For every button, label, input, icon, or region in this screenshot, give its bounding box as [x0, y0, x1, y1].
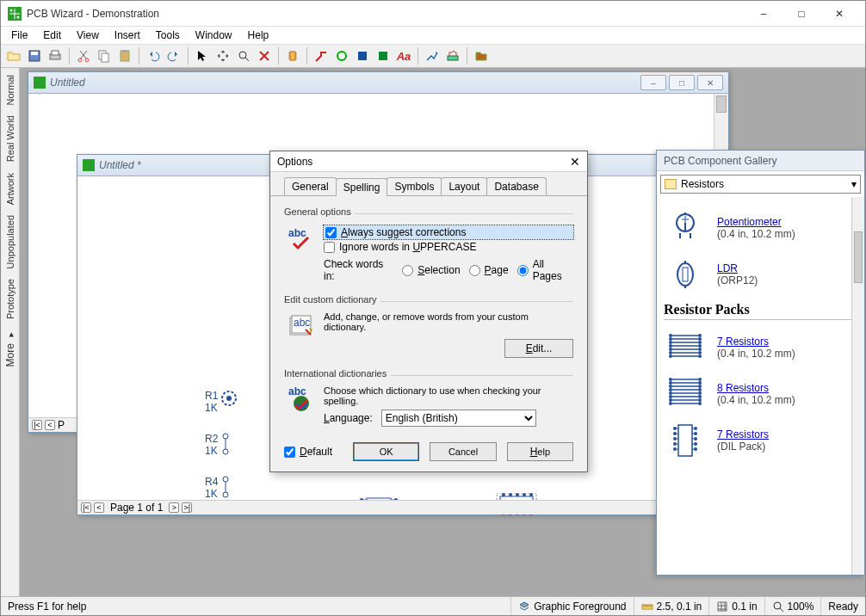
tab-spelling[interactable]: Spelling: [336, 178, 388, 196]
menu-view[interactable]: View: [70, 28, 106, 43]
ok-button[interactable]: OK: [353, 442, 419, 461]
svg-point-59: [698, 337, 702, 341]
edit-dict-button[interactable]: Edit...: [504, 339, 573, 358]
zoom-icon[interactable]: [234, 46, 253, 65]
dialog-close-icon[interactable]: ✕: [570, 155, 580, 169]
doc1-minimize[interactable]: –: [640, 75, 666, 90]
help-button[interactable]: Help: [507, 442, 573, 461]
autoroute-icon[interactable]: [423, 46, 442, 65]
radio-page[interactable]: Page: [469, 264, 509, 276]
library-icon[interactable]: [472, 46, 491, 65]
default-checkbox[interactable]: Default: [284, 446, 332, 458]
checkbox-ignore-uppercase[interactable]: [324, 242, 335, 253]
menu-window[interactable]: Window: [189, 28, 239, 43]
component-icon[interactable]: [283, 46, 302, 65]
svg-point-38: [509, 493, 512, 496]
pager-last-icon[interactable]: >|: [182, 502, 192, 513]
cut-icon[interactable]: [74, 46, 93, 65]
menu-edit[interactable]: Edit: [36, 28, 68, 43]
tab-layout[interactable]: Layout: [441, 177, 487, 195]
doc-icon: [34, 77, 46, 89]
tab-symbols[interactable]: Symbols: [387, 177, 442, 195]
pager-prev-icon[interactable]: <: [94, 502, 104, 513]
pan-icon[interactable]: [213, 46, 232, 65]
gallery-item[interactable]: 8 Resistors(0.4 in, 10.2 mm): [664, 375, 857, 413]
dialog-title: Options: [277, 156, 312, 168]
menu-insert[interactable]: Insert: [108, 28, 147, 43]
tab-database[interactable]: Database: [486, 177, 546, 195]
label-r1: R11K: [205, 390, 218, 414]
svg-point-71: [669, 398, 672, 402]
open-icon[interactable]: [4, 46, 23, 65]
tab-general[interactable]: General: [284, 177, 337, 195]
opt-always-suggest[interactable]: Always suggest corrections: [324, 225, 573, 239]
cancel-button[interactable]: Cancel: [430, 442, 496, 461]
pad-square-icon[interactable]: [353, 46, 372, 65]
component-r1[interactable]: [219, 390, 239, 407]
minimize-button[interactable]: –: [745, 1, 782, 27]
menu-file[interactable]: File: [4, 28, 34, 43]
pager-next-icon[interactable]: >: [169, 502, 179, 513]
tab-artwork[interactable]: Artwork: [3, 169, 17, 208]
component-r4[interactable]: [219, 474, 236, 500]
paste-icon[interactable]: [115, 46, 134, 65]
checkbox-always-suggest[interactable]: [325, 227, 337, 238]
group-label: International dictionaries: [284, 368, 573, 379]
gallery-item[interactable]: 7 Resistors(DIL Pack): [664, 422, 857, 459]
radio-all-pages[interactable]: All Pages: [517, 258, 573, 282]
gallery-title[interactable]: PCB Component Gallery: [657, 151, 864, 171]
undo-icon[interactable]: [144, 46, 163, 65]
pager-first-icon[interactable]: |<: [32, 420, 42, 430]
doc1-titlebar[interactable]: Untitled – □ ✕: [28, 72, 728, 94]
redo-icon[interactable]: [164, 46, 183, 65]
maximize-button[interactable]: □: [782, 1, 820, 27]
gallery-body[interactable]: Potentiometer(0.4 in, 10.2 mm) LDR(ORP12…: [657, 197, 864, 575]
check-words-label: Check words in:: [324, 258, 393, 282]
svg-point-65: [669, 378, 672, 381]
doc2-pager: |< < Page 1 of 1 > >|: [77, 500, 232, 514]
pager-prev-icon[interactable]: <: [45, 420, 55, 430]
dialog-titlebar[interactable]: Options ✕: [270, 151, 587, 172]
language-select[interactable]: English (British): [381, 410, 536, 427]
menu-tools[interactable]: Tools: [149, 28, 187, 43]
tab-prototype[interactable]: Prototype: [3, 275, 17, 323]
status-layer[interactable]: Graphic Foreground: [510, 597, 633, 615]
pager-first-icon[interactable]: |<: [81, 502, 91, 513]
status-zoom[interactable]: 100%: [764, 597, 821, 615]
tab-normal[interactable]: Normal: [3, 71, 17, 108]
status-grid[interactable]: 0.1 in: [708, 597, 764, 615]
tab-real-world[interactable]: Real World: [3, 112, 17, 165]
copy-icon[interactable]: [95, 46, 114, 65]
svg-point-24: [223, 449, 228, 454]
save-icon[interactable]: [25, 46, 44, 65]
track-icon[interactable]: [312, 46, 331, 65]
gallery-item[interactable]: LDR(ORP12): [664, 256, 857, 293]
opt-ignore-uppercase[interactable]: Ignore words in UPPERCASE: [324, 241, 573, 253]
tab-unpopulated[interactable]: Unpopulated: [3, 212, 17, 272]
tab-more[interactable]: More ▾: [3, 326, 18, 370]
pointer-icon[interactable]: [193, 46, 212, 65]
delete-icon[interactable]: [255, 46, 274, 65]
gallery-category-select[interactable]: Resistors ▾: [660, 175, 861, 194]
gallery-item-text: 8 Resistors(0.4 in, 10.2 mm): [717, 382, 795, 406]
copper-icon[interactable]: [374, 46, 393, 65]
doc2-hscroll[interactable]: [232, 500, 715, 514]
pad-circle-icon[interactable]: [332, 46, 351, 65]
svg-point-57: [669, 354, 672, 358]
doc1-maximize[interactable]: □: [669, 75, 695, 90]
svg-point-49: [677, 263, 693, 286]
radio-selection[interactable]: Selection: [402, 264, 460, 276]
component-r2[interactable]: [219, 431, 236, 457]
convert-icon[interactable]: [443, 46, 462, 65]
close-button[interactable]: ✕: [820, 1, 858, 27]
ruler-icon: [641, 601, 653, 613]
svg-point-15: [337, 52, 346, 60]
gallery-item[interactable]: 7 Resistors(0.4 in, 10.2 mm): [664, 329, 857, 367]
gallery-vscroll[interactable]: [851, 197, 864, 575]
menu-help[interactable]: Help: [241, 28, 276, 43]
doc1-close[interactable]: ✕: [697, 75, 723, 90]
text-icon[interactable]: Aa: [394, 46, 413, 65]
svg-rect-14: [290, 52, 295, 60]
print-icon[interactable]: [46, 46, 65, 65]
gallery-item[interactable]: Potentiometer(0.4 in, 10.2 mm): [664, 209, 857, 247]
